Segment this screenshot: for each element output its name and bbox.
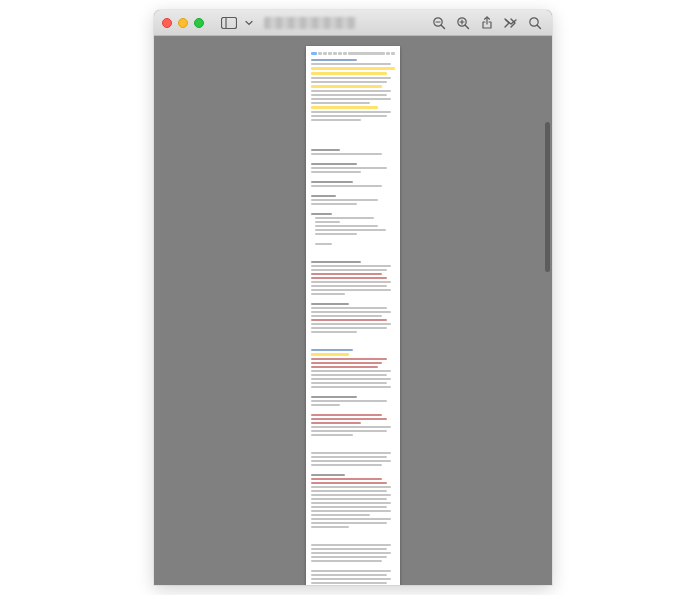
- doc-section: [311, 59, 395, 121]
- titlebar: [154, 10, 552, 36]
- search-button[interactable]: [526, 14, 544, 32]
- svg-rect-0: [222, 17, 237, 28]
- doc-section: [311, 544, 395, 585]
- zoom-out-button[interactable]: [430, 14, 448, 32]
- more-button[interactable]: [502, 14, 520, 32]
- more-icon: [504, 18, 518, 28]
- scrollbar-thumb[interactable]: [545, 122, 550, 272]
- zoom-button[interactable]: [194, 18, 204, 28]
- traffic-lights: [162, 18, 204, 28]
- vertical-scrollbar[interactable]: [545, 36, 550, 583]
- document-viewport[interactable]: [154, 36, 552, 585]
- preview-window: [154, 10, 552, 585]
- minimize-button[interactable]: [178, 18, 188, 28]
- zoom-out-icon: [432, 16, 446, 30]
- share-icon: [481, 16, 493, 30]
- document-page: [306, 46, 400, 585]
- doc-section: [311, 149, 395, 245]
- svg-line-10: [537, 25, 540, 28]
- doc-section: [311, 261, 395, 333]
- doc-section: [311, 452, 395, 528]
- search-icon: [528, 16, 542, 30]
- chevron-down-icon: [245, 19, 253, 27]
- sidebar-menu-chevron[interactable]: [244, 14, 254, 32]
- doc-section: [311, 349, 395, 436]
- close-button[interactable]: [162, 18, 172, 28]
- svg-line-3: [441, 25, 444, 28]
- sidebar-toggle[interactable]: [220, 14, 238, 32]
- window-title: [264, 17, 356, 29]
- zoom-in-icon: [456, 16, 470, 30]
- captured-app-toolbar: [311, 50, 395, 56]
- zoom-in-button[interactable]: [454, 14, 472, 32]
- share-button[interactable]: [478, 14, 496, 32]
- svg-line-6: [465, 25, 468, 28]
